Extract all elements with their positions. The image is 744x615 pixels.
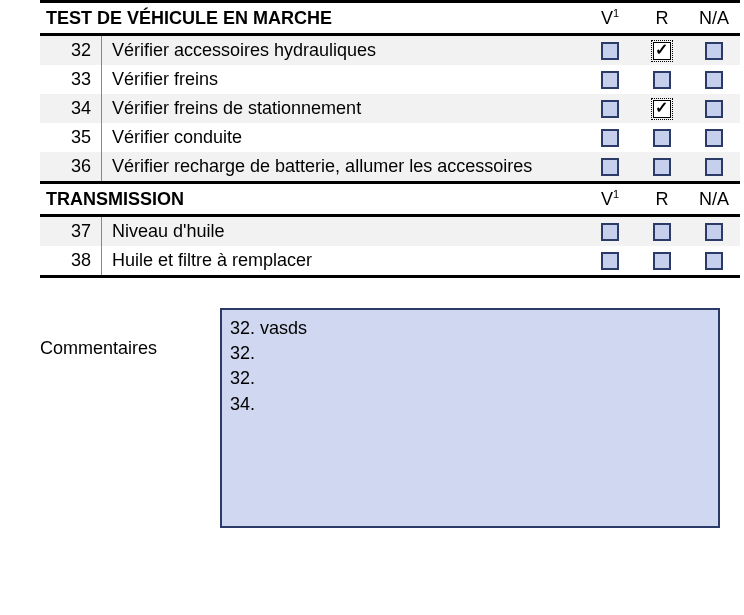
- item-description: Vérifier freins: [102, 65, 585, 94]
- table-row: 34Vérifier freins de stationnement: [40, 94, 740, 123]
- checklist-table: TEST DE VÉHICULE EN MARCHEV1RN/A32Vérifi…: [40, 0, 740, 278]
- item-description: Vérifier conduite: [102, 123, 585, 152]
- checkbox-r[interactable]: [653, 158, 671, 176]
- item-description: Huile et filtre à remplacer: [102, 246, 585, 275]
- table-row: 37Niveau d'huile: [40, 216, 740, 247]
- checkbox-v[interactable]: [601, 158, 619, 176]
- item-description: Vérifier freins de stationnement: [102, 94, 585, 123]
- comments-label: Commentaires: [40, 308, 220, 359]
- checkbox-na[interactable]: [705, 42, 723, 60]
- checkbox-r[interactable]: [653, 42, 671, 60]
- item-number: 32: [40, 35, 102, 66]
- checkbox-na[interactable]: [705, 252, 723, 270]
- item-number: 34: [40, 94, 102, 123]
- table-row: 36Vérifier recharge de batterie, allumer…: [40, 152, 740, 183]
- item-number: 33: [40, 65, 102, 94]
- checkbox-r[interactable]: [653, 223, 671, 241]
- checkbox-v[interactable]: [601, 71, 619, 89]
- comments-textarea[interactable]: 32. vasds 32. 32. 34.: [220, 308, 720, 528]
- checkbox-r[interactable]: [653, 252, 671, 270]
- checkbox-v[interactable]: [601, 129, 619, 147]
- checkbox-v[interactable]: [601, 252, 619, 270]
- item-number: 35: [40, 123, 102, 152]
- checkbox-r[interactable]: [653, 71, 671, 89]
- item-description: Vérifier recharge de batterie, allumer l…: [102, 152, 585, 183]
- checkbox-na[interactable]: [705, 129, 723, 147]
- checkbox-na[interactable]: [705, 71, 723, 89]
- checkbox-v[interactable]: [601, 100, 619, 118]
- col-header-r: R: [636, 2, 688, 35]
- checkbox-na[interactable]: [705, 158, 723, 176]
- table-row: 32Vérifier accessoires hydrauliques: [40, 35, 740, 66]
- checkbox-v[interactable]: [601, 223, 619, 241]
- comments-section: Commentaires 32. vasds 32. 32. 34.: [40, 308, 744, 528]
- col-header-na: N/A: [688, 2, 740, 35]
- item-description: Niveau d'huile: [102, 216, 585, 247]
- col-header-na: N/A: [688, 183, 740, 216]
- col-header-r: R: [636, 183, 688, 216]
- section-title: TRANSMISSION: [40, 183, 584, 216]
- table-row: 35Vérifier conduite: [40, 123, 740, 152]
- item-number: 36: [40, 152, 102, 183]
- checkbox-na[interactable]: [705, 100, 723, 118]
- checkbox-na[interactable]: [705, 223, 723, 241]
- item-description: Vérifier accessoires hydrauliques: [102, 35, 585, 66]
- col-header-v: V1: [584, 2, 636, 35]
- checkbox-v[interactable]: [601, 42, 619, 60]
- section-header: TRANSMISSIONV1RN/A: [40, 183, 740, 216]
- checkbox-r[interactable]: [653, 129, 671, 147]
- checkbox-r[interactable]: [653, 100, 671, 118]
- section-header: TEST DE VÉHICULE EN MARCHEV1RN/A: [40, 2, 740, 35]
- item-number: 37: [40, 216, 102, 247]
- item-number: 38: [40, 246, 102, 275]
- table-row: 33Vérifier freins: [40, 65, 740, 94]
- section-title: TEST DE VÉHICULE EN MARCHE: [40, 2, 584, 35]
- table-row: 38Huile et filtre à remplacer: [40, 246, 740, 275]
- col-header-v: V1: [584, 183, 636, 216]
